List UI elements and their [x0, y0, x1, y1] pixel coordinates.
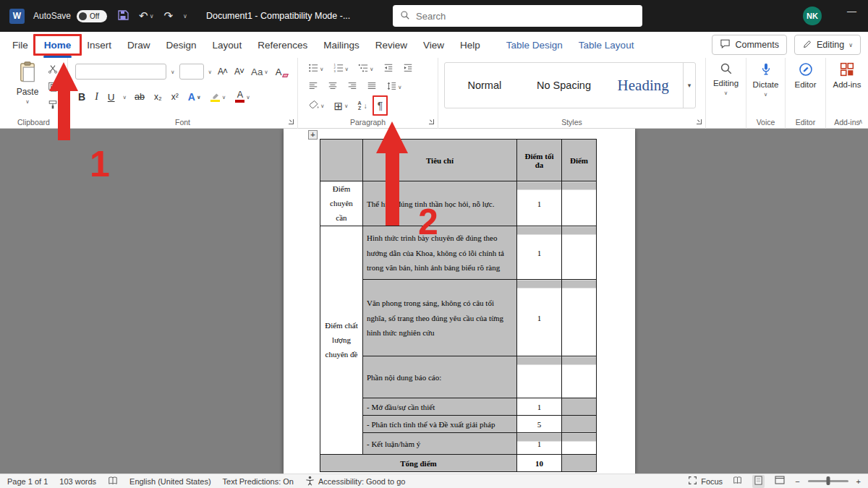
borders-button[interactable]: ⊞∨	[333, 100, 350, 112]
change-case-button[interactable]: Aa∨	[250, 66, 270, 78]
table-cell[interactable]	[562, 416, 597, 433]
font-size-input[interactable]	[179, 64, 204, 80]
table-header-max[interactable]: Điểm tối đa	[517, 140, 562, 181]
addins-button[interactable]: Add-ins	[826, 62, 868, 89]
accessibility-indicator[interactable]: Accessibility: Good to go	[305, 476, 405, 487]
word-count[interactable]: 103 words	[59, 477, 96, 486]
font-dialog-launcher[interactable]	[289, 119, 294, 124]
table-cell[interactable]: 1	[517, 398, 562, 416]
table-move-handle[interactable]: +	[308, 130, 318, 140]
search-box[interactable]	[393, 5, 642, 27]
page-indicator[interactable]: Page 1 of 1	[7, 477, 48, 486]
decrease-indent-button[interactable]	[382, 62, 395, 76]
clear-formatting-button[interactable]: A	[274, 66, 284, 78]
search-input[interactable]	[416, 11, 635, 22]
editing-group-button[interactable]: Editing ∨	[706, 62, 746, 96]
zoom-out-button[interactable]: −	[795, 477, 799, 486]
editing-mode-button[interactable]: Editing ∨	[794, 35, 861, 55]
text-effects-button[interactable]: A∨	[187, 90, 203, 103]
table-cell[interactable]	[562, 398, 597, 416]
comments-button[interactable]: Comments	[712, 35, 786, 55]
editor-button[interactable]: Editor	[786, 62, 825, 89]
shading-button[interactable]: ∨	[307, 98, 326, 113]
table-cell[interactable]: Điểm chuyên cần	[320, 181, 363, 226]
table-cell[interactable]	[562, 181, 597, 226]
table-cell[interactable]: Hình thức trình bày chuyên đề đúng theo …	[363, 226, 517, 280]
tab-draw[interactable]: Draw	[119, 32, 158, 58]
bold-button[interactable]: B	[77, 90, 87, 103]
tab-layout[interactable]: Layout	[205, 32, 250, 58]
text-predictions-indicator[interactable]: Text Predictions: On	[223, 477, 294, 486]
table-cell[interactable]	[562, 356, 597, 398]
style-normal[interactable]: Normal	[445, 63, 524, 108]
tab-references[interactable]: References	[250, 32, 315, 58]
chevron-down-icon[interactable]: ∨	[171, 69, 175, 75]
justify-button[interactable]	[365, 80, 378, 94]
align-right-button[interactable]	[346, 80, 359, 94]
styles-gallery-more-button[interactable]: ▾	[683, 63, 695, 108]
document-title[interactable]: Document1 - Compatibility Mode -...	[206, 11, 350, 21]
zoom-slider[interactable]	[808, 480, 848, 482]
tab-review[interactable]: Review	[367, 32, 415, 58]
user-avatar[interactable]: NK	[803, 7, 822, 25]
table-cell[interactable]: - Kết luận/hàm ý	[363, 433, 517, 455]
show-formatting-marks-button[interactable]: ¶	[375, 100, 386, 111]
table-cell[interactable]: 1	[517, 280, 562, 356]
dictate-button[interactable]: Dictate ∨	[746, 62, 785, 98]
proofing-button[interactable]	[108, 476, 118, 487]
table-cell[interactable]: 1	[517, 181, 562, 226]
read-mode-button[interactable]	[731, 475, 744, 487]
tab-insert[interactable]: Insert	[79, 32, 119, 58]
tab-table-design[interactable]: Table Design	[498, 32, 571, 58]
paragraph-dialog-launcher[interactable]	[429, 119, 434, 124]
align-left-button[interactable]	[307, 80, 320, 94]
line-spacing-button[interactable]: ∨	[385, 80, 404, 94]
table-cell[interactable]: Phần nội dung báo cáo:	[363, 356, 517, 398]
table-cell[interactable]	[562, 455, 597, 472]
table-cell[interactable]	[320, 140, 363, 181]
strikethrough-button[interactable]: ab	[133, 91, 146, 103]
print-layout-button[interactable]	[752, 475, 765, 488]
multilevel-list-button[interactable]: ∨	[357, 62, 375, 76]
style-heading[interactable]: Heading	[603, 63, 683, 108]
style-no-spacing[interactable]: No Spacing	[524, 63, 604, 108]
table-cell[interactable]	[562, 280, 597, 356]
web-layout-button[interactable]	[773, 475, 787, 487]
minimize-button[interactable]: —	[847, 6, 856, 17]
sort-button[interactable]: AZ↓	[357, 100, 369, 111]
language-indicator[interactable]: English (United States)	[129, 477, 211, 486]
paste-button[interactable]: Paste ∨	[12, 61, 43, 115]
tab-view[interactable]: View	[415, 32, 452, 58]
word-app-icon[interactable]: W	[9, 9, 25, 24]
underline-button[interactable]: U	[106, 91, 116, 103]
subscript-button[interactable]: x₂	[153, 91, 163, 103]
table-cell[interactable]: - Phân tích tình thế và Đề xuất giải phá…	[363, 416, 517, 433]
highlight-button[interactable]: ∨	[209, 91, 228, 103]
table-cell[interactable]: 10	[517, 455, 562, 472]
focus-button[interactable]: Focus	[688, 476, 723, 487]
font-color-button[interactable]: A ∨	[234, 90, 252, 103]
table-cell[interactable]: Điểm chất lượng chuyên đề	[320, 226, 363, 455]
table-cell[interactable]	[517, 356, 562, 398]
styles-dialog-launcher[interactable]	[697, 119, 702, 124]
tab-home[interactable]: Home	[36, 32, 80, 58]
tab-design[interactable]: Design	[158, 32, 205, 58]
zoom-slider-knob[interactable]	[826, 476, 830, 485]
chevron-down-icon[interactable]: ∨	[208, 69, 213, 75]
table-cell[interactable]: 5	[517, 416, 562, 433]
superscript-button[interactable]: x²	[170, 91, 180, 103]
tab-table-layout[interactable]: Table Layout	[571, 32, 642, 58]
document-page[interactable]: + Tiêu chí Điểm tối đa Điểm Điểm chuyên …	[284, 129, 635, 474]
align-center-button[interactable]	[326, 80, 339, 94]
italic-button[interactable]: I	[93, 90, 100, 103]
table-header-score[interactable]: Điểm	[562, 140, 597, 181]
tab-help[interactable]: Help	[452, 32, 488, 58]
table-cell[interactable]: - Mở đầu/sự cần thiết	[363, 398, 517, 416]
shrink-font-button[interactable]: A˅	[233, 66, 245, 77]
chevron-down-icon[interactable]: ∨	[123, 94, 127, 100]
grow-font-button[interactable]: A˄	[216, 66, 229, 77]
zoom-in-button[interactable]: +	[856, 477, 861, 486]
table-cell[interactable]	[562, 226, 597, 280]
redo-button[interactable]: ↷	[163, 9, 173, 22]
save-button[interactable]	[117, 9, 129, 23]
